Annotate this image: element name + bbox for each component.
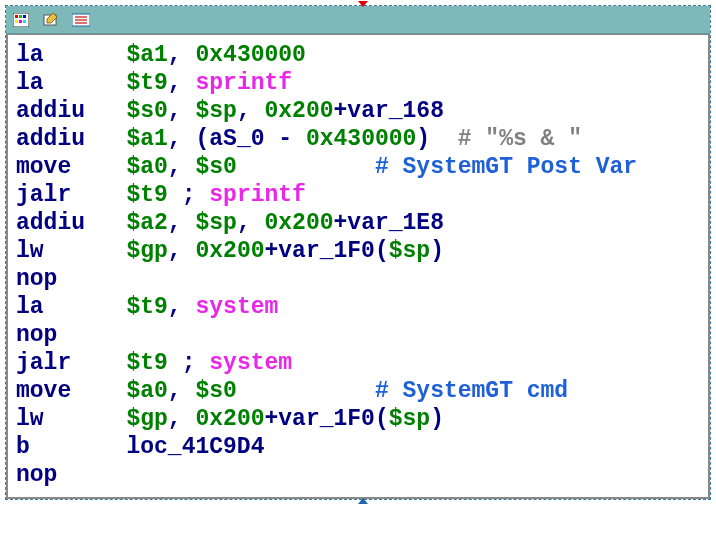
ident-token: ; bbox=[168, 350, 209, 376]
ident-token: aS_0 bbox=[209, 126, 264, 152]
punct-token: , bbox=[237, 210, 265, 236]
reg-token: $t9 bbox=[126, 70, 167, 96]
code-line[interactable]: la $t9, sprintf bbox=[16, 69, 700, 97]
code-line[interactable]: nop bbox=[16, 265, 700, 293]
num-token: 0x430000 bbox=[306, 126, 416, 152]
ident-token: - bbox=[265, 126, 306, 152]
code-line[interactable]: jalr $t9 ; sprintf bbox=[16, 181, 700, 209]
reg-token: $a0 bbox=[126, 378, 167, 404]
reg-token: $t9 bbox=[126, 294, 167, 320]
titlebar bbox=[6, 6, 710, 34]
ident-token: var_1F0 bbox=[278, 406, 375, 432]
mnemonic: lw bbox=[16, 238, 44, 264]
punct-token: , bbox=[168, 210, 196, 236]
code-line[interactable]: addiu $s0, $sp, 0x200+var_168 bbox=[16, 97, 700, 125]
code-line[interactable]: lw $gp, 0x200+var_1F0($sp) bbox=[16, 237, 700, 265]
code-line[interactable]: lw $gp, 0x200+var_1F0($sp) bbox=[16, 405, 700, 433]
mnemonic: move bbox=[16, 378, 71, 404]
ident-token: var_1F0 bbox=[278, 238, 375, 264]
reg-token: $s0 bbox=[195, 154, 236, 180]
svg-rect-6 bbox=[23, 20, 26, 23]
svg-rect-1 bbox=[15, 15, 18, 18]
mnemonic: la bbox=[16, 70, 44, 96]
bottom-marker bbox=[358, 498, 368, 504]
top-marker bbox=[358, 1, 368, 7]
ident-token: ; bbox=[168, 182, 209, 208]
mnemonic: la bbox=[16, 294, 44, 320]
code-line[interactable]: nop bbox=[16, 461, 700, 489]
reg-token: $a2 bbox=[126, 210, 167, 236]
func-token: sprintf bbox=[209, 182, 306, 208]
ident-token: var_1E8 bbox=[347, 210, 444, 236]
num-token: 0x200 bbox=[265, 98, 334, 124]
edit-icon[interactable] bbox=[42, 12, 60, 28]
ident-token: + bbox=[334, 210, 348, 236]
ident-token: loc_41C9D4 bbox=[126, 434, 264, 460]
code-line[interactable]: move $a0, $s0 # SystemGT cmd bbox=[16, 377, 700, 405]
code-line[interactable]: move $a0, $s0 # SystemGT Post Var bbox=[16, 153, 700, 181]
code-line[interactable]: b loc_41C9D4 bbox=[16, 433, 700, 461]
punct-token: , bbox=[168, 154, 196, 180]
reg-token: $gp bbox=[126, 238, 167, 264]
punct-token: , bbox=[168, 42, 196, 68]
reg-token: $a1 bbox=[126, 126, 167, 152]
punct-token: ( bbox=[375, 406, 389, 432]
mnemonic: nop bbox=[16, 462, 57, 488]
num-token: 0x430000 bbox=[195, 42, 305, 68]
punct-token: , bbox=[168, 70, 196, 96]
punct-token: , bbox=[168, 406, 196, 432]
punct-token: , bbox=[168, 378, 196, 404]
mnemonic: addiu bbox=[16, 210, 85, 236]
reg-token: $a0 bbox=[126, 154, 167, 180]
svg-rect-2 bbox=[19, 15, 22, 18]
func-token: system bbox=[195, 294, 278, 320]
svg-rect-4 bbox=[15, 20, 18, 23]
reg-token: $sp bbox=[195, 210, 236, 236]
mnemonic: nop bbox=[16, 322, 57, 348]
reg-token: $t9 bbox=[126, 182, 167, 208]
punct-token: , ( bbox=[168, 126, 209, 152]
code-line[interactable]: nop bbox=[16, 321, 700, 349]
mnemonic: jalr bbox=[16, 350, 71, 376]
mnemonic: b bbox=[16, 434, 30, 460]
svg-rect-3 bbox=[23, 15, 26, 18]
reg-token: $s0 bbox=[195, 378, 236, 404]
ident-token: + bbox=[264, 238, 278, 264]
disassembly-window: la $a1, 0x430000la $t9, sprintfaddiu $s0… bbox=[5, 5, 711, 500]
punct-token: ( bbox=[375, 238, 389, 264]
code-line[interactable]: addiu $a2, $sp, 0x200+var_1E8 bbox=[16, 209, 700, 237]
mnemonic: nop bbox=[16, 266, 57, 292]
list-icon[interactable] bbox=[72, 12, 90, 28]
code-line[interactable]: jalr $t9 ; system bbox=[16, 349, 700, 377]
reg-token: $a1 bbox=[126, 42, 167, 68]
mnemonic: addiu bbox=[16, 98, 85, 124]
palette-icon[interactable] bbox=[12, 12, 30, 28]
ident-token: + bbox=[264, 406, 278, 432]
code-line[interactable]: la $a1, 0x430000 bbox=[16, 41, 700, 69]
reg-token: $sp bbox=[389, 406, 430, 432]
mnemonic: lw bbox=[16, 406, 44, 432]
reg-token: $t9 bbox=[126, 350, 167, 376]
svg-rect-5 bbox=[19, 20, 22, 23]
disassembly-code[interactable]: la $a1, 0x430000la $t9, sprintfaddiu $s0… bbox=[6, 34, 710, 499]
comment2-token: # SystemGT Post Var bbox=[375, 154, 637, 180]
reg-token: $sp bbox=[389, 238, 430, 264]
code-line[interactable]: addiu $a1, (aS_0 - 0x430000) # "%s & " bbox=[16, 125, 700, 153]
punct-token: , bbox=[237, 98, 265, 124]
reg-token: $sp bbox=[195, 98, 236, 124]
punct-token bbox=[237, 378, 375, 404]
punct-token bbox=[237, 154, 375, 180]
reg-token: $gp bbox=[126, 406, 167, 432]
mnemonic: addiu bbox=[16, 126, 85, 152]
code-line[interactable]: la $t9, system bbox=[16, 293, 700, 321]
punct-token: ) bbox=[430, 238, 444, 264]
mnemonic: jalr bbox=[16, 182, 71, 208]
mnemonic: move bbox=[16, 154, 71, 180]
comment2-token: # SystemGT cmd bbox=[375, 378, 568, 404]
punct-token: ) bbox=[416, 126, 457, 152]
func-token: system bbox=[209, 350, 292, 376]
num-token: 0x200 bbox=[195, 238, 264, 264]
punct-token: ) bbox=[430, 406, 444, 432]
punct-token: , bbox=[168, 294, 196, 320]
ident-token: var_168 bbox=[347, 98, 444, 124]
